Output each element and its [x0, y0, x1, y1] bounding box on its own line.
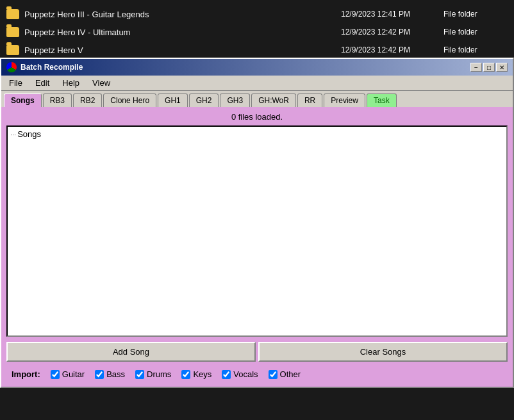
folder-icon	[6, 45, 19, 55]
songs-tree[interactable]: ··· Songs	[6, 125, 508, 337]
tab-gh2[interactable]: GH2	[189, 93, 219, 107]
close-button[interactable]: ✕	[496, 63, 508, 72]
file-row[interactable]: Puppetz Hero IV - Ultimatum 12/9/2023 12…	[0, 23, 514, 41]
vocals-label: Vocals	[233, 369, 258, 379]
import-bass[interactable]: Bass	[95, 369, 125, 379]
file-row[interactable]: Puppetz Hero III - Guitar Legends 12/9/2…	[0, 5, 514, 23]
drums-label: Drums	[147, 369, 171, 379]
menu-bar: File Edit Help View	[1, 76, 513, 91]
guitar-checkbox[interactable]	[51, 370, 60, 379]
tab-rr[interactable]: RR	[297, 93, 322, 107]
title-bar: Batch Recompile − □ ✕	[1, 59, 513, 76]
file-type: File folder	[444, 10, 508, 19]
bass-label: Bass	[106, 369, 125, 379]
file-type: File folder	[444, 28, 508, 36]
menu-edit[interactable]: Edit	[30, 77, 54, 89]
folder-icon	[6, 27, 19, 37]
status-text: 0 files loaded.	[6, 112, 508, 122]
vocals-checkbox[interactable]	[222, 370, 231, 379]
file-name: Puppetz Hero V	[24, 45, 341, 55]
import-guitar[interactable]: Guitar	[51, 369, 85, 379]
bass-checkbox[interactable]	[95, 370, 104, 379]
tab-preview[interactable]: Preview	[324, 93, 365, 107]
tab-rb3[interactable]: RB3	[43, 93, 72, 107]
main-content: 0 files loaded. ··· Songs Add Song Clear…	[1, 107, 513, 387]
menu-view[interactable]: View	[87, 77, 115, 89]
window-title: Batch Recompile	[21, 63, 83, 72]
import-row: Import: Guitar Bass Drums Keys Vocals	[6, 367, 508, 382]
import-other[interactable]: Other	[269, 369, 301, 379]
import-keys[interactable]: Keys	[181, 369, 211, 379]
file-explorer: Puppetz Hero III - Guitar Legends 12/9/2…	[0, 0, 514, 58]
drums-checkbox[interactable]	[135, 370, 144, 379]
tab-gh1[interactable]: GH1	[158, 93, 188, 107]
tree-root-item: ··· Songs	[10, 129, 504, 139]
keys-checkbox[interactable]	[181, 370, 190, 379]
tabs-bar: Songs RB3 RB2 Clone Hero GH1 GH2 GH3 GH:…	[1, 91, 513, 107]
menu-file[interactable]: File	[4, 77, 28, 89]
file-date: 12/9/2023 12:42 PM	[341, 45, 444, 54]
tab-ghwor[interactable]: GH:WoR	[251, 93, 296, 107]
file-type: File folder	[444, 45, 508, 54]
tab-task[interactable]: Task	[367, 93, 397, 107]
file-date: 12/9/2023 12:42 PM	[341, 28, 444, 36]
other-label: Other	[280, 369, 301, 379]
import-drums[interactable]: Drums	[135, 369, 171, 379]
import-label: Import:	[12, 369, 40, 379]
app-icon	[6, 62, 17, 72]
import-vocals[interactable]: Vocals	[222, 369, 258, 379]
tree-root-label: Songs	[17, 129, 41, 139]
title-bar-left: Batch Recompile	[6, 62, 83, 72]
file-row[interactable]: Puppetz Hero V 12/9/2023 12:42 PM File f…	[0, 41, 514, 59]
app-window: Batch Recompile − □ ✕ File Edit Help Vie…	[0, 58, 514, 388]
file-date: 12/9/2023 12:41 PM	[341, 10, 444, 19]
tab-songs[interactable]: Songs	[4, 93, 42, 107]
maximize-button[interactable]: □	[483, 63, 495, 72]
add-song-button[interactable]: Add Song	[6, 342, 256, 362]
other-checkbox[interactable]	[269, 370, 278, 379]
minimize-button[interactable]: −	[470, 63, 482, 72]
folder-icon	[6, 9, 19, 19]
button-row: Add Song Clear Songs	[6, 342, 508, 362]
tree-dots: ···	[10, 131, 16, 138]
tab-rb2[interactable]: RB2	[73, 93, 102, 107]
tab-gh3[interactable]: GH3	[220, 93, 250, 107]
tab-clone-hero[interactable]: Clone Hero	[103, 93, 156, 107]
title-buttons: − □ ✕	[470, 63, 508, 72]
clear-songs-button[interactable]: Clear Songs	[258, 342, 508, 362]
keys-label: Keys	[193, 369, 211, 379]
file-name: Puppetz Hero III - Guitar Legends	[24, 10, 341, 19]
menu-help[interactable]: Help	[57, 77, 85, 89]
file-name: Puppetz Hero IV - Ultimatum	[24, 28, 341, 37]
guitar-label: Guitar	[62, 369, 85, 379]
